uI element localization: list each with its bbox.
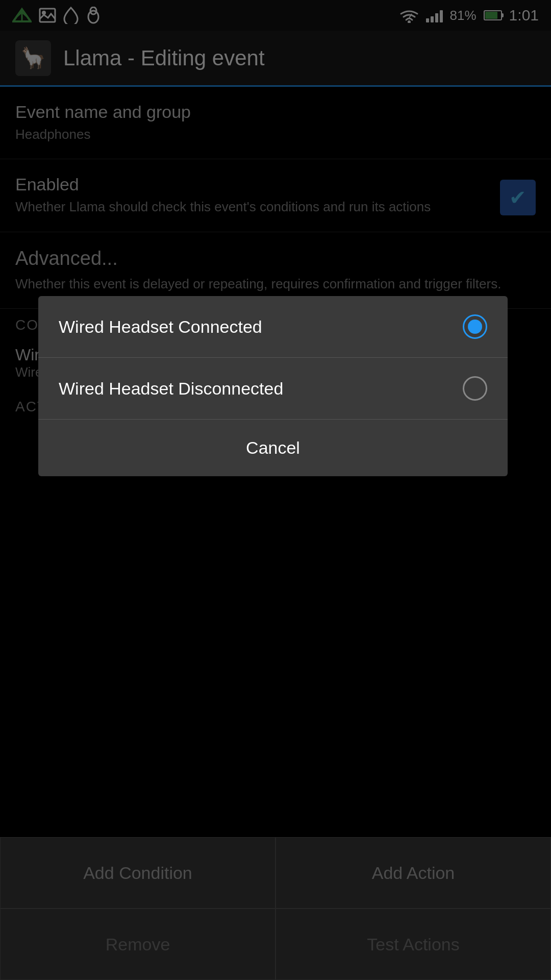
dialog-cancel-area[interactable]: Cancel <box>38 420 508 476</box>
dialog-option-disconnected-label: Wired Headset Disconnected <box>59 379 283 399</box>
dialog-cancel-label[interactable]: Cancel <box>246 438 300 457</box>
dialog-option-connected-label: Wired Headset Connected <box>59 317 262 337</box>
radio-connected[interactable] <box>463 314 487 339</box>
radio-disconnected[interactable] <box>463 376 487 401</box>
modal-overlay[interactable] <box>0 0 551 980</box>
dialog-option-connected[interactable]: Wired Headset Connected <box>38 296 508 358</box>
headset-dialog: Wired Headset Connected Wired Headset Di… <box>38 296 508 476</box>
dialog-option-disconnected[interactable]: Wired Headset Disconnected <box>38 358 508 420</box>
